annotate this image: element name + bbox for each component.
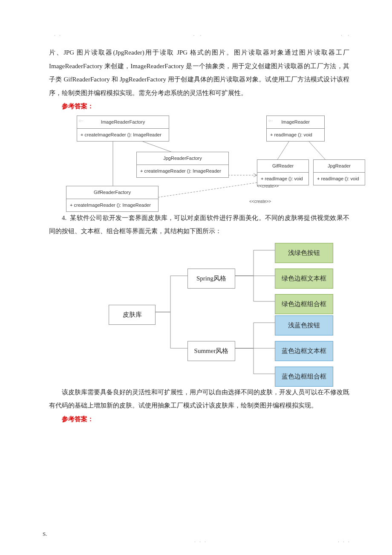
tree-green-textbox: 绿色边框文本框 — [275, 269, 333, 289]
uml-title-text: GifReaderFactory — [66, 186, 158, 199]
tree-blue-combobox: 蓝色边框组合框 — [275, 367, 333, 387]
uml-method: + readImage (): void — [267, 129, 324, 141]
skin-tree-diagram: 皮肤库 Spring风格 Summer风格 浅绿色按钮 绿色边框文本框 绿色边框… — [104, 242, 347, 382]
uml-method: + createImageReader (): ImageReader — [66, 199, 158, 211]
uml-class-jpg-factory: JpgReaderFactory + createImageReader ():… — [136, 152, 229, 178]
paragraph-1: 片、JPG 图片读取器(JpgReader)用于读取 JPG 格式的图片。图片读… — [49, 46, 349, 100]
uml-class-jpg-reader: JpgReader + readImage (): void — [313, 159, 365, 185]
question-number: 4. — [62, 214, 66, 221]
uml-diagram: ○··ImageReaderFactory + createImageReade… — [66, 113, 364, 207]
uml-class-gif-factory: GifReaderFactory + createImageReader ():… — [66, 186, 159, 212]
uml-stereotype: <<create>> — [257, 182, 279, 191]
uml-method: + createImageReader (): ImageReader — [77, 129, 169, 141]
uml-class-image-reader-factory: ○··ImageReaderFactory + createImageReade… — [77, 116, 169, 142]
footer-dots: . . . . . . — [51, 535, 349, 541]
question-4: 4. 某软件公司欲开发一套界面皮肤库，可以对桌面软件进行界面美化。不同的皮肤将提… — [49, 211, 349, 238]
tree-root: 皮肤库 — [109, 305, 156, 325]
tree-blue-textbox: 蓝色边框文本框 — [275, 341, 333, 361]
uml-method: + readImage (): void — [314, 173, 365, 185]
uml-stereotype: <<create>> — [249, 197, 271, 206]
uml-title-text: JpgReader — [314, 160, 365, 173]
uml-title-text: ImageReader — [281, 119, 310, 124]
answer-label-1: 参考答案： — [62, 100, 349, 113]
answer-label-2: 参考答案： — [62, 413, 349, 426]
uml-class-image-reader: ○··ImageReader + readImage (): void — [266, 116, 325, 142]
uml-title-text: ImageReaderFactory — [101, 119, 145, 124]
tree-green-combobox: 绿色边框组合框 — [275, 294, 333, 315]
question-4-text-b: 该皮肤库需要具备良好的灵活性和可扩展性，用户可以自由选择不同的皮肤，开发人员可以… — [49, 386, 349, 413]
tree-green-button: 浅绿色按钮 — [275, 243, 333, 263]
tree-blue-button: 浅蓝色按钮 — [275, 315, 333, 336]
tree-summer: Summer风格 — [187, 341, 235, 361]
footer-s: S. — [43, 528, 47, 540]
uml-method: + createImageReader (): ImageReader — [137, 165, 228, 177]
tree-spring: Spring风格 — [187, 269, 235, 289]
uml-title-text: JpgReaderFactory — [137, 152, 228, 165]
header-dots: . . . . . . — [49, 29, 349, 33]
question-4-text-a: 某软件公司欲开发一套界面皮肤库，可以对桌面软件进行界面美化。不同的皮肤将提供视觉… — [49, 214, 349, 235]
page: . . . . . . 片、JPG 图片读取器(JpgReader)用于读取 J… — [0, 0, 392, 555]
uml-title-text: GifReader — [257, 160, 308, 173]
